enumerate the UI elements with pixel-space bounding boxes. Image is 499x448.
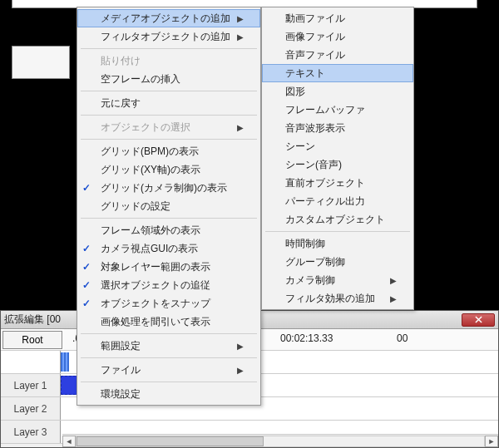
- menu-item-label: シーン: [285, 140, 315, 154]
- menu-item-label: パーティクル出力: [285, 194, 365, 209]
- scroll-thumb[interactable]: [77, 436, 264, 446]
- menu-item-label: カスタムオブジェクト: [285, 213, 385, 227]
- menu-item-label: 貼り付け: [101, 54, 141, 68]
- close-icon: [475, 316, 482, 323]
- menu-separator: [81, 333, 257, 334]
- menu-item[interactable]: 画像処理を間引いて表示: [77, 313, 260, 331]
- thumb-spacer: [1, 351, 61, 373]
- menu-item[interactable]: ファイル▶: [77, 361, 260, 379]
- menu-item-label: 選択オブジェクトの追従: [101, 278, 210, 293]
- menu-item[interactable]: 図形: [262, 82, 413, 101]
- menu-separator: [81, 357, 257, 358]
- context-menu-main[interactable]: メディアオブジェクトの追加▶フィルタオブジェクトの追加▶貼り付け空フレームの挿入…: [77, 7, 261, 406]
- menu-item-label: 環境設定: [101, 387, 141, 401]
- menu-item-label: フレームバッファ: [285, 103, 365, 117]
- thumb-strip[interactable]: [61, 352, 69, 372]
- menu-item-label: 直前オブジェクト: [285, 176, 365, 190]
- check-icon: ✓: [82, 261, 91, 273]
- menu-item-label: カメラ視点GUIの表示: [101, 242, 198, 256]
- menu-item-label: 画像処理を間引いて表示: [101, 315, 210, 329]
- scroll-right-button[interactable]: ►: [485, 436, 498, 447]
- menu-item[interactable]: 音声ファイル: [262, 46, 413, 64]
- menu-item-label: フィルタ効果の追加: [285, 292, 375, 306]
- submenu-arrow-icon: ▶: [237, 32, 244, 42]
- submenu-arrow-icon: ▶: [237, 366, 244, 375]
- menu-item[interactable]: ✓グリッド(カメラ制御)の表示: [77, 179, 260, 197]
- menu-item: 貼り付け: [77, 52, 260, 70]
- menu-item-label: フレーム領域外の表示: [101, 224, 200, 238]
- submenu-arrow-icon: ▶: [237, 123, 244, 132]
- layer-label-2[interactable]: Layer 2: [1, 397, 61, 420]
- menu-item-label: グリッド(BPM)の表示: [101, 145, 199, 159]
- menu-item[interactable]: 時間制御: [262, 234, 413, 253]
- menu-item-label: 音声ファイル: [285, 48, 345, 62]
- submenu-arrow-icon: ▶: [390, 294, 397, 303]
- menu-item-label: グリッド(カメラ制御)の表示: [101, 181, 227, 195]
- time-tick-label: 00:02:13.33: [280, 332, 333, 344]
- menu-item[interactable]: テキスト: [262, 64, 413, 82]
- menu-item[interactable]: 元に戻す: [77, 94, 260, 112]
- menu-item[interactable]: ✓選択オブジェクトの追従: [77, 276, 260, 294]
- menu-item[interactable]: フィルタオブジェクトの追加▶: [77, 27, 260, 46]
- menu-item[interactable]: 音声波形表示: [262, 119, 413, 137]
- menu-separator: [265, 231, 410, 232]
- menu-item-label: グループ制御: [285, 255, 345, 269]
- context-menu-media-add[interactable]: 動画ファイル画像ファイル音声ファイルテキスト図形フレームバッファ音声波形表示シー…: [261, 7, 414, 310]
- layer-label-1[interactable]: Layer 1: [1, 374, 61, 396]
- root-button[interactable]: Root: [2, 331, 62, 349]
- menu-item[interactable]: ✓オブジェクトをスナップ: [77, 294, 260, 313]
- close-button[interactable]: [462, 313, 495, 327]
- menu-item[interactable]: 直前オブジェクト: [262, 174, 413, 192]
- menu-item-label: 図形: [285, 85, 305, 99]
- menu-item[interactable]: グループ制御: [262, 253, 413, 271]
- menu-item[interactable]: カメラ制御▶: [262, 271, 413, 289]
- scroll-left-button[interactable]: ◄: [62, 436, 76, 447]
- menu-item[interactable]: 動画ファイル: [262, 9, 413, 27]
- menu-separator: [81, 48, 257, 49]
- horizontal-scrollbar[interactable]: ◄ ►: [62, 434, 498, 447]
- submenu-arrow-icon: ▶: [237, 342, 244, 351]
- menu-item-label: グリッド(XY軸)の表示: [101, 163, 200, 177]
- menu-item-label: 動画ファイル: [285, 12, 345, 26]
- menu-item-label: テキスト: [285, 66, 325, 81]
- menu-item[interactable]: グリッド(XY軸)の表示: [77, 160, 260, 179]
- submenu-arrow-icon: ▶: [237, 14, 244, 23]
- menu-item-label: 範囲設定: [101, 339, 141, 353]
- menu-item-label: 元に戻す: [101, 96, 141, 111]
- menu-item-label: オブジェクトをスナップ: [101, 297, 210, 311]
- menu-separator: [81, 91, 257, 91]
- menu-item[interactable]: グリッド(BPM)の表示: [77, 142, 260, 160]
- menu-item[interactable]: メディアオブジェクトの追加▶: [77, 9, 260, 27]
- menu-item[interactable]: シーン(音声): [262, 155, 413, 174]
- menu-item[interactable]: パーティクル出力: [262, 192, 413, 210]
- menu-item-label: 時間制御: [285, 237, 325, 251]
- menu-separator: [81, 218, 257, 219]
- layer-label-3[interactable]: Layer 3: [1, 421, 61, 443]
- menu-item[interactable]: シーン: [262, 137, 413, 155]
- menu-item-label: メディアオブジェクトの追加: [101, 12, 230, 26]
- check-icon: ✓: [82, 279, 91, 291]
- menu-separator: [81, 382, 257, 382]
- menu-item[interactable]: カスタムオブジェクト: [262, 210, 413, 229]
- menu-item[interactable]: ✓カメラ視点GUIの表示: [77, 239, 260, 258]
- menu-item[interactable]: 範囲設定▶: [77, 337, 260, 355]
- menu-item[interactable]: 環境設定: [77, 385, 260, 403]
- menu-item-label: オブジェクトの選択: [101, 121, 190, 135]
- menu-item-label: グリッドの設定: [101, 199, 170, 214]
- menu-item-label: ファイル: [101, 363, 141, 377]
- menu-item[interactable]: フレーム領域外の表示: [77, 221, 260, 239]
- check-icon: ✓: [82, 243, 91, 254]
- time-tick-label: 00: [397, 332, 408, 344]
- menu-item[interactable]: グリッドの設定: [77, 197, 260, 215]
- menu-item[interactable]: ✓対象レイヤー範囲の表示: [77, 258, 260, 276]
- background-subpanel: [12, 46, 70, 79]
- menu-item-label: 空フレームの挿入: [101, 72, 180, 86]
- menu-item[interactable]: 画像ファイル: [262, 27, 413, 46]
- menu-item[interactable]: フレームバッファ: [262, 101, 413, 119]
- menu-item-label: シーン(音声): [285, 158, 342, 172]
- menu-separator: [81, 115, 257, 116]
- menu-item[interactable]: フィルタ効果の追加▶: [262, 289, 413, 308]
- scroll-track[interactable]: [76, 436, 485, 447]
- menu-item-label: フィルタオブジェクトの追加: [101, 30, 230, 44]
- menu-item[interactable]: 空フレームの挿入: [77, 70, 260, 88]
